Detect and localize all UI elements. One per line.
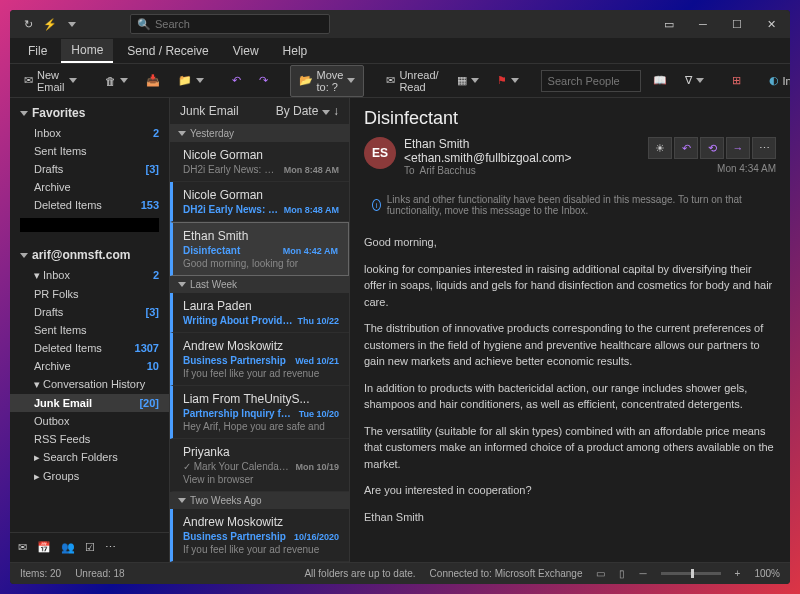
ribbon-toggle-icon[interactable]: ▭ (654, 10, 684, 38)
zoom-out-button[interactable]: ─ (639, 568, 646, 579)
new-email-button[interactable]: ✉ New Email (18, 66, 83, 96)
reading-subject: Disinfectant (364, 108, 776, 129)
unread-read-button[interactable]: ✉ Unread/ Read (380, 66, 444, 96)
more-nav-icon[interactable]: ⋯ (105, 541, 116, 554)
forward-button[interactable]: → (726, 137, 750, 159)
status-connection: Connected to: Microsoft Exchange (430, 568, 583, 579)
nav-item-drafts[interactable]: Drafts[3] (10, 303, 169, 321)
search-input[interactable] (155, 18, 323, 30)
favorites-header[interactable]: Favorites (10, 102, 169, 124)
nav-groups[interactable]: ▸ Groups (10, 467, 169, 486)
nav-item-rss-feeds[interactable]: RSS Feeds (10, 430, 169, 448)
body-paragraph: The versatility (suitable for all skin t… (364, 423, 776, 473)
nav-item-archive[interactable]: Archive (10, 178, 169, 196)
trash-icon: 🗑 (105, 75, 116, 87)
like-button[interactable]: ☀ (648, 137, 672, 159)
move-to-label: Move to: ? (317, 69, 344, 93)
archive-icon: 📥 (146, 74, 160, 87)
nav-item-deleted-items[interactable]: Deleted Items1307 (10, 339, 169, 357)
more-actions-button[interactable]: ⋯ (752, 137, 776, 159)
sync-icon[interactable]: ↻ (20, 16, 36, 32)
zoom-slider[interactable] (661, 572, 721, 575)
group-header[interactable]: Last Week (170, 276, 349, 293)
addins-button[interactable]: ⊞ (726, 71, 747, 90)
maximize-icon[interactable]: ☐ (722, 10, 752, 38)
quick-icon[interactable]: ⚡ (42, 16, 58, 32)
reply-all-button[interactable]: ⟲ (700, 137, 724, 159)
nav-item-conversation-history[interactable]: ▾ Conversation History (10, 375, 169, 394)
filter-button[interactable]: ∇ (679, 71, 710, 90)
message-list: Junk Email By Date ↓ YesterdayNicole Gor… (170, 98, 350, 562)
delete-button[interactable]: 🗑 (99, 72, 134, 90)
categorize-button[interactable]: ▦ (451, 71, 485, 90)
tab-view[interactable]: View (223, 40, 269, 62)
message-item[interactable]: Liam From TheUnityS...Partnership Inquir… (170, 386, 349, 439)
nav-item-deleted-items[interactable]: Deleted Items153 (10, 196, 169, 214)
nav-item-pr-folks[interactable]: PR Folks (10, 285, 169, 303)
book-icon: 📖 (653, 74, 667, 87)
nav-search-folders[interactable]: ▸ Search Folders (10, 448, 169, 467)
minimize-icon[interactable]: ─ (688, 10, 718, 38)
body-paragraph: Are you interested in cooperation? (364, 482, 776, 499)
account-header[interactable]: arif@onmsft.com (10, 244, 169, 266)
tasks-nav-icon[interactable]: ☑ (85, 541, 95, 554)
redo-button[interactable]: ↷ (253, 71, 274, 90)
nav-item-inbox[interactable]: ▾ Inbox2 (10, 266, 169, 285)
calendar-nav-icon[interactable]: 📅 (37, 541, 51, 554)
sort-button[interactable]: By Date ↓ (276, 104, 339, 118)
address-book-button[interactable]: 📖 (647, 71, 673, 90)
group-header[interactable]: Two Weeks Ago (170, 492, 349, 509)
title-bar: ↻ ⚡ 🔍 ▭ ─ ☐ ✕ (10, 10, 790, 38)
outlook-window: ↻ ⚡ 🔍 ▭ ─ ☐ ✕ File Home Send / Receive V… (10, 10, 790, 584)
body-paragraph: Good morning, (364, 234, 776, 251)
body-paragraph: Ethan Smith (364, 509, 776, 526)
people-nav-icon[interactable]: 👥 (61, 541, 75, 554)
undo-icon: ↶ (232, 74, 241, 87)
message-item[interactable]: Laura PadenWriting About Providing To...… (170, 293, 349, 333)
nav-item-inbox[interactable]: Inbox2 (10, 124, 169, 142)
body-paragraph: looking for companies interested in rais… (364, 261, 776, 311)
undo-button[interactable]: ↶ (226, 71, 247, 90)
message-item[interactable]: Ethan SmithDisinfectantMon 4:42 AMGood m… (170, 222, 349, 276)
tab-home[interactable]: Home (61, 39, 113, 63)
body-paragraph: The distribution of innovative products … (364, 320, 776, 370)
message-item[interactable]: Nicole GormanDH2i Early News: DxOdysse..… (170, 182, 349, 222)
insights-icon: ◐ (769, 74, 779, 87)
status-items: Items: 20 (20, 568, 61, 579)
nav-item-sent-items[interactable]: Sent Items (10, 142, 169, 160)
nav-item-junk-email[interactable]: Junk Email[20] (10, 394, 169, 412)
info-text: Links and other functionality have been … (387, 194, 768, 216)
message-item[interactable]: Andrew MoskowitzBusiness Partnership10/1… (170, 509, 349, 562)
reply-button[interactable]: ↶ (674, 137, 698, 159)
main-area: Favorites Inbox2Sent ItemsDrafts[3]Archi… (10, 98, 790, 562)
status-bar: Items: 20 Unread: 18 All folders are up … (10, 562, 790, 584)
tab-send-receive[interactable]: Send / Receive (117, 40, 218, 62)
status-sync: All folders are up to date. (304, 568, 415, 579)
insights-button[interactable]: ◐ Insights (763, 71, 790, 90)
global-search[interactable]: 🔍 (130, 14, 330, 34)
close-icon[interactable]: ✕ (756, 10, 786, 38)
flag-button[interactable]: ⚑ (491, 71, 525, 90)
nav-item-outbox[interactable]: Outbox (10, 412, 169, 430)
message-item[interactable]: Nicole GormanDH2i Early News: DxOdyssey … (170, 142, 349, 182)
dropdown-icon[interactable] (64, 16, 80, 32)
archive-button[interactable]: 📥 (140, 71, 166, 90)
zoom-in-button[interactable]: + (735, 568, 741, 579)
tab-file[interactable]: File (18, 40, 57, 62)
view-reading-icon[interactable]: ▯ (619, 568, 625, 579)
nav-item-archive[interactable]: Archive10 (10, 357, 169, 375)
nav-item-sent-items[interactable]: Sent Items (10, 321, 169, 339)
message-item[interactable]: Priyanka✓ Mark Your Calendars to M...Mon… (170, 439, 349, 492)
view-normal-icon[interactable]: ▭ (596, 568, 605, 579)
sweep-button[interactable]: 📁 (172, 71, 210, 90)
mail-nav-icon[interactable]: ✉ (18, 541, 27, 554)
redacted-item (20, 218, 159, 232)
nav-item-drafts[interactable]: Drafts[3] (10, 160, 169, 178)
ribbon-toolbar: ✉ New Email 🗑 📥 📁 ↶ ↷ 📂 Move to: ? ✉ Unr… (10, 64, 790, 98)
info-bar: i Links and other functionality have bee… (364, 190, 776, 220)
group-header[interactable]: Yesterday (170, 125, 349, 142)
tab-help[interactable]: Help (273, 40, 318, 62)
message-item[interactable]: Andrew MoskowitzBusiness PartnershipWed … (170, 333, 349, 386)
search-people-input[interactable] (541, 70, 641, 92)
move-to-button[interactable]: 📂 Move to: ? (290, 65, 365, 97)
